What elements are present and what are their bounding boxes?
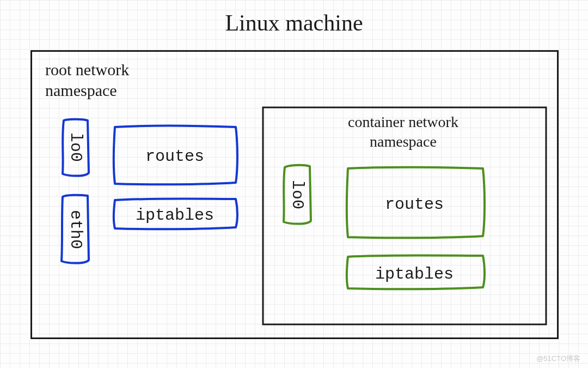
root-routes-text: routes	[145, 147, 204, 166]
root-iptables-text: iptables	[136, 206, 214, 225]
root-lo0-box: lo0	[63, 119, 89, 176]
root-routes-box: routes	[114, 126, 237, 185]
root-eth0-box: eth0	[62, 195, 89, 263]
diagram-svg: lo0 eth0 routes iptables container netwo…	[32, 52, 557, 337]
container-iptables-text: iptables	[375, 265, 454, 283]
container-namespace-label-line1: container network	[348, 113, 458, 130]
container-namespace-label-line2: namespace	[370, 133, 437, 150]
container-routes-box: routes	[347, 167, 485, 238]
linux-machine-box: root network namespace lo0 eth0 routes	[30, 50, 559, 339]
diagram-title: Linux machine	[0, 10, 588, 36]
watermark: @51CTO博客	[536, 354, 580, 364]
root-iptables-box: iptables	[114, 199, 237, 230]
root-eth0-text: eth0	[66, 210, 85, 249]
container-iptables-box: iptables	[347, 256, 485, 289]
container-lo0-text: lo0	[288, 180, 307, 209]
diagram-canvas: Linux machine root network namespace lo0…	[0, 0, 588, 368]
container-lo0-box: lo0	[284, 165, 311, 224]
container-namespace-box: container network namespace	[263, 107, 546, 324]
root-lo0-text: lo0	[66, 132, 85, 162]
container-routes-text: routes	[385, 195, 444, 214]
